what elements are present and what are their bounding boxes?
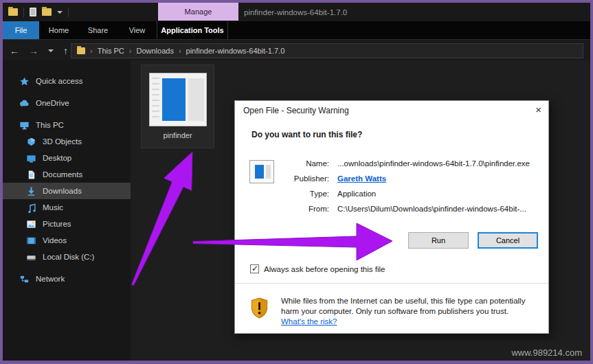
dialog-question: Do you want to run this file? (251, 130, 362, 139)
video-icon (26, 236, 36, 246)
sidebar-item-desktop[interactable]: Desktop (3, 150, 131, 166)
file-explorer-window: Manage pinfinder-windows-64bit-1.7.0 Fil… (3, 3, 590, 361)
warning-text: While files from the Internet can be use… (281, 296, 541, 327)
forward-icon[interactable]: → (29, 45, 38, 56)
sidebar-item-label: Music (43, 203, 63, 212)
from-value: C:\Users\Dilum\Downloads\pinfinder-windo… (337, 205, 526, 213)
sidebar-item-label: This PC (36, 121, 64, 129)
dialog-title: Open File - Security Warning (243, 106, 349, 115)
sidebar-item-label: Desktop (43, 154, 71, 162)
sidebar-item-downloads[interactable]: Downloads (3, 183, 131, 199)
sidebar-item-videos[interactable]: Videos (3, 232, 131, 249)
from-label: From: (235, 205, 329, 213)
tab-share[interactable]: Share (78, 21, 118, 39)
sidebar-item-network[interactable]: Network (3, 271, 131, 287)
breadcrumb-current-folder[interactable]: pinfinder-windows-64bit-1.7.0 (186, 47, 285, 55)
breadcrumb-separator: › (90, 47, 93, 55)
always-ask-checkbox-row[interactable]: Always ask before opening this file (250, 264, 385, 273)
dialog-divider (235, 283, 548, 284)
sidebar-item-pictures[interactable]: Pictures (3, 216, 131, 232)
sidebar-item-label: 3D Objects (43, 137, 82, 146)
breadcrumb-separator: › (179, 47, 181, 55)
publisher-link[interactable]: Gareth Watts (337, 174, 386, 183)
tab-view[interactable]: View (118, 21, 157, 39)
folder-icon[interactable] (8, 8, 18, 16)
new-folder-icon[interactable] (42, 8, 52, 16)
desktop-icon (26, 153, 36, 163)
sidebar-item-label: OneDrive (36, 99, 69, 107)
watermark: www.989214.com (511, 348, 582, 358)
sidebar-item-3d-objects[interactable]: 3D Objects (3, 133, 131, 150)
sidebar-item-onedrive[interactable]: OneDrive (3, 95, 131, 111)
title-bar: Manage pinfinder-windows-64bit-1.7.0 (3, 3, 590, 21)
tab-home[interactable]: Home (39, 21, 78, 39)
properties-icon[interactable] (30, 8, 36, 16)
publisher-label: Publisher: (235, 174, 329, 183)
cloud-icon (19, 98, 30, 109)
sidebar-item-quick-access[interactable]: Quick access (3, 73, 131, 89)
warning-message: While files from the Internet can be use… (281, 297, 525, 315)
file-item-pinfinder[interactable]: pinfinder (141, 65, 214, 148)
quick-access-toolbar (8, 3, 69, 21)
document-icon (26, 170, 36, 180)
sidebar-item-label: Network (36, 275, 65, 283)
ribbon-tab-bar: File Home Share View Application Tools (3, 21, 590, 39)
star-icon (19, 76, 30, 87)
recent-locations-icon[interactable] (48, 49, 54, 52)
sidebar-item-music[interactable]: Music (3, 199, 131, 216)
run-button[interactable]: Run (408, 232, 469, 249)
cancel-button[interactable]: Cancel (478, 232, 538, 249)
type-value: Application (337, 190, 376, 198)
security-shield-icon (250, 297, 269, 321)
breadcrumb-downloads[interactable]: Downloads (136, 47, 173, 55)
application-file-icon (149, 73, 207, 126)
screenshot-frame: Manage pinfinder-windows-64bit-1.7.0 Fil… (0, 0, 593, 364)
sidebar-item-label: Downloads (43, 187, 82, 195)
address-input[interactable]: › This PC › Downloads › pinfinder-window… (71, 43, 583, 58)
folder-icon (77, 47, 85, 54)
tab-application-tools[interactable]: Application Tools (157, 21, 228, 39)
checkbox-label: Always ask before opening this file (264, 265, 385, 273)
sidebar-item-label: Quick access (36, 77, 82, 85)
picture-icon (26, 219, 36, 229)
type-label: Type: (235, 190, 329, 198)
navigation-pane: Quick access OneDrive This PC 3D Objects… (3, 60, 131, 361)
sidebar-item-documents[interactable]: Documents (3, 166, 131, 183)
toolbar-separator (23, 8, 24, 17)
window-title: pinfinder-windows-64bit-1.7.0 (244, 3, 347, 21)
network-icon (19, 274, 30, 284)
hard-drive-icon (26, 252, 36, 262)
sidebar-item-label: Documents (43, 170, 82, 179)
name-label: Name: (235, 159, 329, 168)
sidebar-item-label: Videos (43, 236, 67, 244)
file-name-label: pinfinder (163, 131, 192, 139)
download-icon (26, 186, 36, 196)
navigation-buttons: ← → ↑ (10, 40, 68, 61)
tab-file[interactable]: File (3, 21, 39, 39)
up-icon[interactable]: ↑ (63, 45, 68, 56)
whats-the-risk-link[interactable]: What's the risk? (281, 317, 337, 326)
toolbar-separator (68, 8, 69, 17)
sidebar-item-label: Pictures (43, 220, 71, 228)
cube-icon (26, 137, 36, 147)
manage-contextual-tab[interactable]: Manage (158, 3, 238, 21)
checkbox-checked-icon[interactable] (250, 264, 259, 273)
breadcrumb-separator: › (129, 47, 132, 55)
back-icon[interactable]: ← (10, 45, 19, 56)
security-warning-dialog: Open File - Security Warning × Do you wa… (234, 100, 549, 334)
name-value: ...ownloads\pinfinder-windows-64bit-1.7.… (337, 159, 530, 168)
music-note-icon (26, 203, 36, 213)
sidebar-item-this-pc[interactable]: This PC (3, 117, 131, 133)
close-icon[interactable]: × (535, 104, 541, 115)
chevron-down-icon[interactable] (57, 11, 63, 14)
address-bar-row: ← → ↑ › This PC › Downloads › pinfinder-… (3, 39, 590, 60)
computer-icon (19, 120, 30, 130)
sidebar-item-label: Local Disk (C:) (43, 253, 94, 261)
sidebar-item-local-disk-c[interactable]: Local Disk (C:) (3, 249, 131, 265)
breadcrumb-this-pc[interactable]: This PC (98, 47, 124, 55)
